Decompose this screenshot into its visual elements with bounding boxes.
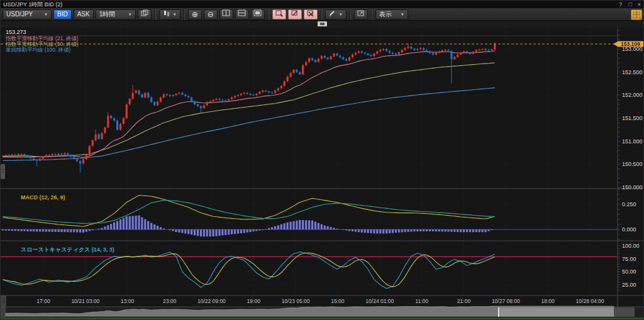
time-axis-label: 13:00 [121,298,135,304]
layout-split-vertical-button[interactable] [219,9,233,19]
time-axis-label: 10/21 03:00 [71,298,99,304]
chevron-down-icon: ▼ [339,10,343,19]
time-axis-label: 18:00 [541,298,555,304]
stoch-axis-label: 75.00 [622,256,636,262]
chevron-down-icon: ▼ [44,10,48,19]
chevron-down-icon: ▼ [128,10,132,19]
display-menu-button[interactable]: 表示▼ [375,9,408,19]
split-horizontal-icon [238,9,246,19]
compare-charts-button[interactable] [138,9,152,19]
time-axis-label: 17:00 [36,298,50,304]
price-axis-label: 151.000 [622,138,643,145]
time-axis-label: 10/27 08:00 [492,298,520,304]
macd-label: MACD (12, 26, 9) [21,194,65,201]
layout-split-horizontal-button[interactable] [235,9,249,19]
stoch-axis-label: 50.00 [622,268,636,275]
toolbar: USD/JPY▼ BID ASK 1時間▼ ▼ ⊕ ⊖ [1,8,644,21]
price-axis-label: 151.500 [622,115,643,121]
zoom-in-button[interactable]: ⊕ [188,9,202,19]
draw-delete-button[interactable] [304,9,318,19]
close-button[interactable]: × [638,1,641,8]
time-axis-label: 11:00 [415,298,428,304]
chart-background[interactable] [1,28,644,307]
time-axis-label: 21:00 [457,298,471,304]
current-price-badge-text: 153.109 [621,41,640,47]
chart-type-select[interactable]: ▼ [159,9,180,19]
overlap-squares-icon [141,9,148,19]
zoom-out-icon: ⊖ [208,10,214,19]
add-drawing-icon [275,9,283,19]
time-axis-label: 15:00 [331,298,345,304]
ask-button[interactable]: ASK [74,9,94,19]
navigator-now-marker [498,307,499,317]
scale-top-label: 153.273 [6,29,26,35]
chevron-down-icon: ▼ [401,10,404,19]
edit-drawing-icon [291,9,299,19]
toolbar-separator [350,9,351,19]
tab-grip-icon [2,172,4,172]
macd-axis-label: 0.250 [622,201,636,207]
candlestick-chart-icon [163,9,170,19]
layout-single-button[interactable] [251,9,265,19]
price-axis-label: 150.000 [622,184,643,190]
timeframe-select[interactable]: 1時間▼ [96,9,136,19]
toolbar-separator [155,9,156,19]
panel-grid-button[interactable] [631,9,642,20]
navigator-left-handle[interactable] [1,307,5,317]
capture-icon [357,9,365,19]
single-window-icon [253,9,262,19]
price-axis-label: 152.500 [622,69,643,75]
stoch-axis-label: 100.00 [622,243,640,249]
time-axis-label: 23:00 [163,298,177,304]
toolbar-separator [184,9,185,19]
stoch-label: スローストキャスティクス (14, 3, 3) [21,246,114,253]
chart-window: USD/JPY 1時間 BID (2) ? □ × USD/JPY▼ BID A… [0,0,644,320]
time-axis-label: 10/28 04:00 [576,298,604,304]
title-bar: USD/JPY 1時間 BID (2) ? □ × [1,1,644,8]
maximize-button[interactable]: □ [629,1,632,8]
time-axis-label: 10/24 01:00 [365,298,394,304]
price-axis-label: 150.500 [622,161,643,167]
toolbar-separator [371,9,372,19]
help-button[interactable]: ? [619,1,622,8]
time-axis-label: 10/23 05:00 [282,298,310,304]
tab-grip-icon [2,169,4,170]
window-title: USD/JPY 1時間 BID (2) [3,1,62,8]
chevron-down-icon: ▼ [173,10,177,19]
draw-edit-button[interactable] [288,9,302,19]
split-vertical-icon [222,9,230,19]
pencil-icon [329,9,336,19]
symbol-select[interactable]: USD/JPY▼ [3,9,52,19]
pencil-tool-select[interactable]: ▼ [325,9,347,19]
navigator-thumb[interactable] [500,307,614,317]
bid-button[interactable]: BID [53,9,72,19]
toolbar-separator [321,9,322,19]
time-axis-label: 10/22 09:00 [197,298,226,304]
screenshot-button[interactable] [354,9,368,19]
toolbar-separator [268,9,269,19]
navigator-end-cap[interactable] [614,307,635,317]
chart-canvas[interactable]: 153.273指数平滑移動平均線 (21, 終値)指数平滑移動平均線 (50, … [1,21,644,320]
zoom-out-button[interactable]: ⊖ [204,9,218,19]
zoom-in-icon: ⊕ [192,10,198,19]
legend-sma100: 単純移動平均線 (100, 終値) [6,47,71,53]
price-axis-label: 152.000 [622,92,643,98]
time-axis-label: 19:00 [247,298,261,304]
splitter-grip-icon [320,23,325,25]
stoch-axis-label: 25.00 [622,282,636,288]
window-bottom-strip [1,317,644,320]
draw-add-button[interactable] [272,9,286,19]
grid-panel-icon [633,9,640,21]
time-axis-left-handle[interactable] [1,296,6,306]
delete-drawing-icon [307,9,314,19]
macd-axis-label: 0.000 [622,226,636,233]
